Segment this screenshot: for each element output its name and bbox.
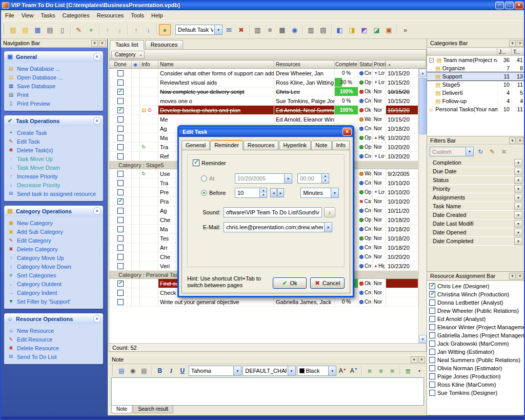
- chevron-down-icon[interactable]: ▼: [514, 159, 522, 167]
- menu-tools[interactable]: Tools: [127, 11, 148, 19]
- chevron-up-icon[interactable]: «: [93, 53, 101, 61]
- nav-section-header-resource-operations[interactable]: ☺Resource Operations«: [4, 313, 103, 324]
- close-icon[interactable]: ×: [99, 40, 106, 47]
- nav-item-delete-resource[interactable]: ✖Delete Resource: [8, 344, 102, 352]
- close-button[interactable]: ×: [515, 2, 523, 9]
- nav-item-send-to-do-list[interactable]: ✉Send To Do List: [8, 352, 102, 361]
- filter-due-date[interactable]: Due Date▼: [430, 167, 522, 176]
- split-vertical-button[interactable]: ▤: [317, 24, 329, 35]
- done-checkbox[interactable]: [117, 254, 124, 260]
- done-checkbox[interactable]: [117, 107, 124, 113]
- tree-item-support[interactable]: ▤Support1113: [427, 72, 525, 81]
- done-checkbox[interactable]: [117, 290, 124, 296]
- chevron-down-icon[interactable]: ▼: [514, 203, 522, 210]
- resource-checkbox[interactable]: [429, 365, 435, 371]
- sound-input[interactable]: [224, 207, 322, 217]
- new-database-button[interactable]: ▤: [7, 24, 19, 35]
- nav-item-new-resource[interactable]: ☺New Resource: [8, 326, 102, 335]
- done-checkbox[interactable]: [117, 126, 124, 132]
- resource-jack-grabowski-marcomm[interactable]: Jack Grabowski (MarComm): [427, 339, 525, 348]
- done-checkbox[interactable]: [117, 70, 124, 76]
- column-header-col1[interactable]: ◉: [132, 61, 140, 68]
- chevron-down-icon[interactable]: ▼: [514, 211, 522, 219]
- done-checkbox[interactable]: [117, 135, 124, 141]
- chevron-up-icon[interactable]: «: [93, 207, 101, 215]
- done-checkbox[interactable]: [117, 226, 124, 232]
- show-completed-button[interactable]: ●: [159, 24, 171, 35]
- align-right-button[interactable]: ≡: [387, 366, 397, 376]
- resource-checkbox[interactable]: [429, 357, 435, 363]
- chevron-up-icon[interactable]: «: [93, 117, 101, 125]
- menu-tasks[interactable]: Tasks: [37, 11, 58, 19]
- reminder-checkbox[interactable]: [193, 159, 199, 166]
- column-header-resources[interactable]: Resources: [274, 61, 335, 68]
- find-button[interactable]: ◉: [289, 24, 300, 35]
- column-header-name[interactable]: Name: [158, 61, 274, 68]
- resource-checkbox[interactable]: [429, 373, 435, 379]
- done-checkbox[interactable]: [117, 245, 124, 251]
- before-unit-combo[interactable]: Minutes▾: [300, 188, 339, 198]
- dialog-close-button[interactable]: ×: [342, 128, 352, 136]
- nav-item-category-outdent[interactable]: ←Category Outdent: [8, 279, 102, 288]
- spin-left-icon[interactable]: ◂: [270, 188, 277, 197]
- tree-item-follow-up[interactable]: ▤Follow-up44: [427, 97, 525, 105]
- resource-checkbox[interactable]: [429, 332, 435, 338]
- chevron-down-icon[interactable]: ▼: [514, 176, 522, 184]
- bullets-button[interactable]: ≣: [403, 366, 413, 376]
- done-checkbox[interactable]: [117, 263, 124, 269]
- decrease-priority-button[interactable]: ↓: [143, 24, 154, 35]
- print-button[interactable]: ▤: [44, 24, 56, 35]
- resource-checkbox[interactable]: [429, 316, 435, 322]
- resource-chris-lee-designer[interactable]: Chris Lee (Designer): [427, 282, 525, 290]
- close-icon[interactable]: ×: [517, 40, 523, 47]
- minimize-button[interactable]: –: [495, 2, 504, 9]
- task-move-down-button[interactable]: ↓: [114, 24, 126, 35]
- nav-item-delete-task-s[interactable]: ✖Delete Task(s): [8, 146, 102, 154]
- shrink-font-button[interactable]: A▼: [349, 366, 359, 376]
- resource-eleanor-winter-project-management[interactable]: Eleanor Winter (Project Management): [427, 323, 525, 331]
- task-row[interactable]: ▤⊙Develop backup charts and planEd Arnol…: [109, 106, 418, 115]
- ok-button[interactable]: ✔Ok: [273, 277, 307, 289]
- resource-checkbox[interactable]: [429, 341, 435, 347]
- task-row[interactable]: MeEd Arnold, Eleanor WinterWaiNor10/15/2…: [109, 115, 418, 124]
- group-chip-category[interactable]: Category: [111, 51, 145, 59]
- done-checkbox[interactable]: [117, 299, 124, 305]
- nav-item-task-move-up[interactable]: ↑Task Move Up: [8, 154, 102, 163]
- close-icon[interactable]: ×: [517, 137, 523, 144]
- create-task-button[interactable]: +: [85, 24, 97, 35]
- resource-checkbox[interactable]: [429, 390, 435, 396]
- column-header-complete[interactable]: Complete: [335, 61, 358, 68]
- resource-checkbox[interactable]: [429, 283, 435, 289]
- resource-paige-jones-production[interactable]: Paige Jones (Production): [427, 372, 525, 381]
- nav-item-category-move-down[interactable]: ↓Category Move Down: [8, 262, 102, 271]
- resource-gabriella-james-project-management[interactable]: Gabriella James (Project Management): [427, 331, 525, 339]
- dialog-tab-hyperlink[interactable]: Hyperlink: [279, 141, 311, 150]
- tab-tasks-list[interactable]: Tasks list: [110, 40, 144, 50]
- done-checkbox[interactable]: [117, 281, 124, 287]
- before-radio[interactable]: [201, 190, 207, 196]
- categories-panel-button[interactable]: ◨: [346, 24, 358, 35]
- task-row[interactable]: Review/test visual aidsRoss Kline, Jan W…: [109, 78, 418, 87]
- tree-item-deliver6[interactable]: ▤Deliver645: [427, 89, 525, 97]
- columns-button[interactable]: ▥: [252, 24, 264, 35]
- resource-panel-button[interactable]: ◪: [371, 24, 382, 35]
- vertical-scrollbar[interactable]: ▲ ▼: [418, 69, 427, 343]
- nav-item-save-database[interactable]: ▦Save Database: [8, 82, 102, 90]
- chevron-down-icon[interactable]: ▼: [514, 220, 522, 228]
- filter-date-completed[interactable]: Date Completed▼: [430, 237, 522, 246]
- note-template-button[interactable]: ▤: [116, 366, 127, 376]
- nav-item-print-preview[interactable]: ▯Print Preview: [8, 99, 102, 108]
- dialog-tab-info[interactable]: Info: [332, 141, 350, 150]
- at-time-spinner[interactable]: 00:00 ▲▼: [297, 173, 329, 184]
- tree-j-column[interactable]: J...: [497, 48, 512, 55]
- done-checkbox[interactable]: [117, 153, 124, 159]
- resource-christina-winch-production[interactable]: Christina Winch (Production): [427, 290, 525, 298]
- task-row[interactable]: Consider what other forms of support can…: [109, 69, 418, 78]
- filter-task-name[interactable]: Task Name▼: [430, 202, 522, 211]
- underline-button[interactable]: U: [177, 366, 188, 376]
- nav-item-edit-task[interactable]: ✎Edit Task: [8, 137, 102, 146]
- font-color-combo[interactable]: Black▾: [297, 366, 337, 376]
- send-task-button[interactable]: ✉: [223, 24, 235, 35]
- nav-item-create-task[interactable]: +Create Task: [8, 128, 102, 137]
- nav-section-header-category-operations[interactable]: ▤Category Operations«: [4, 206, 103, 216]
